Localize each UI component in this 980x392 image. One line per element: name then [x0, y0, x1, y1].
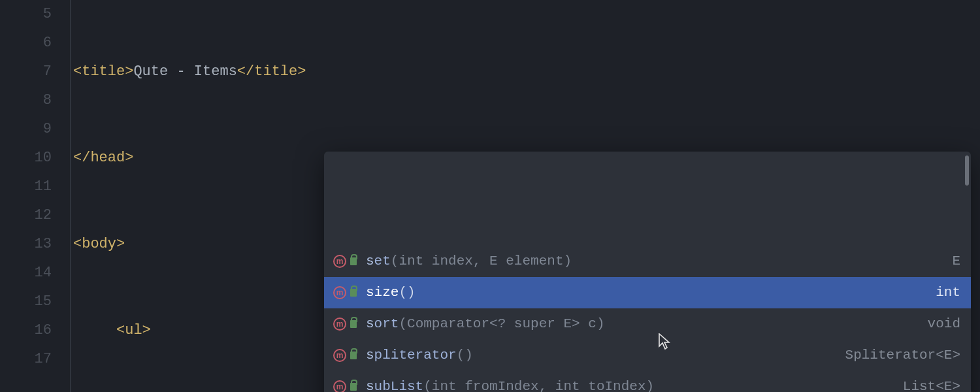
line-number: 10: [0, 144, 52, 172]
popup-scrollbar[interactable]: [965, 155, 969, 186]
line-number-gutter: 5 6 7 8 9 10 11 12 13 14 15 16 17: [0, 0, 71, 392]
completion-return-type: E: [944, 246, 960, 277]
visibility-icon: [350, 351, 357, 359]
line-number: [0, 374, 52, 392]
line-number: 14: [0, 259, 52, 287]
line-number: 12: [0, 201, 52, 230]
method-icon: m: [333, 318, 346, 331]
method-icon: m: [333, 349, 346, 362]
code-area[interactable]: <title>Qute - Items</title> </head> <bod…: [71, 0, 980, 392]
visibility-icon: [350, 257, 357, 265]
completion-item[interactable]: mspliterator()Spliterator<E>: [324, 340, 971, 371]
completion-signature: set(int index, E element): [366, 246, 944, 277]
completion-item[interactable]: mset(int index, E element)E: [324, 246, 971, 277]
line-number: 11: [0, 172, 52, 201]
method-icon: m: [333, 380, 346, 392]
code-line[interactable]: <title>Qute - Items</title>: [73, 57, 980, 86]
completion-item[interactable]: msize()int: [324, 277, 971, 308]
completion-popup[interactable]: mset(int index, E element)Emsize()intmso…: [324, 152, 971, 392]
method-icon: m: [333, 286, 346, 299]
line-number: 17: [0, 345, 52, 374]
line-number: 9: [0, 115, 52, 144]
line-number: 7: [0, 57, 52, 86]
completion-signature: spliterator(): [366, 340, 838, 371]
completion-return-type: Spliterator<E>: [838, 340, 960, 371]
code-editor[interactable]: 5 6 7 8 9 10 11 12 13 14 15 16 17 <title…: [0, 0, 980, 392]
visibility-icon: [350, 383, 357, 391]
completion-return-type: int: [928, 277, 960, 308]
completion-return-type: List<E>: [895, 371, 960, 392]
completion-signature: sort(Comparator<? super E> c): [366, 308, 920, 340]
completion-item[interactable]: msort(Comparator<? super E> c)void: [324, 308, 971, 340]
completion-item[interactable]: msubList(int fromIndex, int toIndex)List…: [324, 371, 971, 392]
line-number: 5: [0, 0, 52, 29]
line-number: 16: [0, 316, 52, 345]
line-number: 13: [0, 230, 52, 259]
line-number: 6: [0, 29, 52, 57]
method-icon: m: [333, 255, 346, 268]
visibility-icon: [350, 289, 357, 297]
line-number: 8: [0, 86, 52, 115]
completion-signature: subList(int fromIndex, int toIndex): [366, 371, 895, 392]
line-number: 15: [0, 287, 52, 316]
completion-signature: size(): [366, 277, 928, 308]
visibility-icon: [350, 320, 357, 328]
completion-return-type: void: [920, 308, 960, 340]
